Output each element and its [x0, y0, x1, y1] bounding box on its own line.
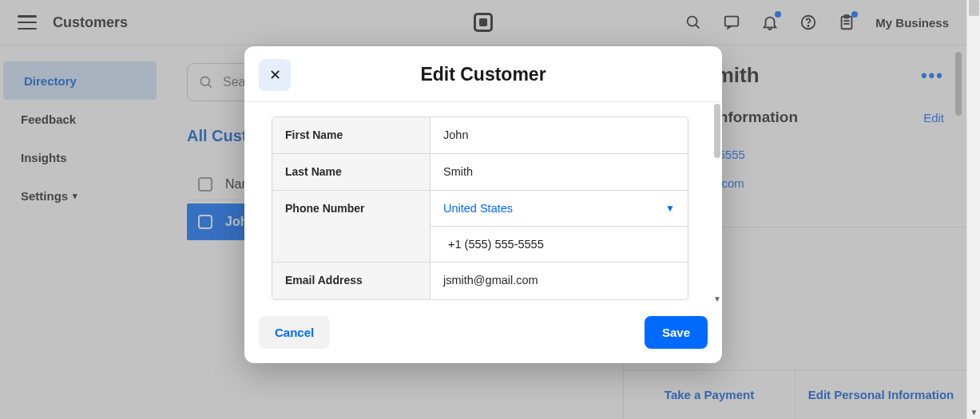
input-last-name[interactable]: Smith [430, 154, 688, 190]
scroll-down-arrow-icon[interactable]: ▼ [967, 405, 980, 419]
cancel-button[interactable]: Cancel [259, 316, 330, 349]
scroll-thumb[interactable] [969, 0, 979, 16]
label-email: Email Address [272, 263, 430, 299]
input-first-name[interactable]: John [430, 117, 688, 153]
country-select[interactable]: United States ▼ [430, 191, 688, 227]
edit-customer-modal: ✕ Edit Customer ▼ First Name John Last N… [244, 46, 722, 363]
label-phone: Phone Number [272, 191, 430, 262]
label-first-name: First Name [272, 117, 430, 153]
input-email[interactable]: jsmith@gmail.com [430, 263, 688, 299]
input-phone[interactable]: +1 (555) 555-5555 [430, 227, 688, 262]
close-icon[interactable]: ✕ [259, 59, 291, 91]
country-value: United States [443, 202, 513, 215]
modal-scrollbar[interactable] [714, 104, 720, 158]
label-last-name: Last Name [272, 154, 430, 190]
window-scrollbar[interactable]: ▲ ▼ [966, 0, 980, 419]
chevron-down-icon: ▼ [665, 203, 675, 214]
scroll-down-arrow-icon[interactable]: ▼ [713, 294, 721, 303]
modal-title: Edit Customer [420, 64, 546, 85]
save-button[interactable]: Save [645, 316, 708, 349]
form-table: First Name John Last Name Smith Phone Nu… [272, 117, 688, 300]
